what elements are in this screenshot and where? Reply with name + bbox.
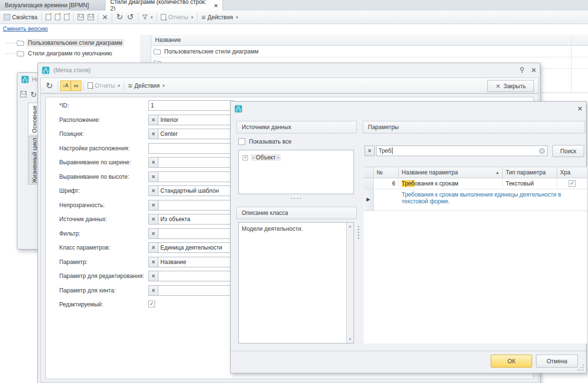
height-align-input[interactable] — [158, 172, 234, 182]
clear-field-button[interactable]: × — [148, 285, 158, 296]
clear-field-button[interactable]: × — [148, 172, 158, 182]
scroll-down-icon[interactable]: ▼ — [347, 337, 353, 342]
tree-item-default-styles[interactable]: Стили диаграмм по умолчанию — [0, 48, 140, 59]
row-selector-cell[interactable] — [364, 178, 374, 189]
class-description-box[interactable]: Модели деятельности. ▲ ▼ — [238, 222, 354, 343]
opacity-input[interactable] — [158, 200, 234, 211]
reports-icon — [88, 82, 93, 89]
refresh-button[interactable]: ↻ — [114, 12, 125, 22]
width-align-input[interactable] — [158, 157, 234, 168]
filter-input[interactable] — [158, 228, 234, 239]
location-settings-input[interactable] — [148, 143, 234, 154]
resize-grip[interactable] — [577, 364, 584, 371]
column-header-param-type[interactable]: Тип параметра — [503, 167, 557, 178]
actions-button[interactable]: ≡ Действия ▾ — [126, 81, 167, 90]
actions-icon: ≡ — [128, 82, 132, 89]
refresh-all-button[interactable]: ↺ — [125, 12, 136, 22]
tab-time-visualization[interactable]: Визуализация времени [BPMN] — [0, 0, 105, 11]
actions-button[interactable]: ≡ Действия ▾ — [199, 13, 240, 22]
footer-divider — [231, 351, 587, 351]
close-label: Закрыть — [503, 83, 525, 90]
column-header-num[interactable]: № — [374, 167, 399, 178]
dropdown-caret-icon: ▾ — [151, 15, 153, 20]
data-sources-tree[interactable]: + - Объект - — [238, 150, 354, 194]
cancel-button[interactable]: Отмена — [536, 355, 578, 368]
clear-field-button[interactable]: × — [148, 271, 158, 281]
vertical-splitter[interactable] — [358, 226, 359, 239]
dialog-titlebar[interactable]: (Метка стиля) × — [38, 63, 540, 78]
close-x-icon: ✕ — [496, 83, 500, 90]
change-version-link[interactable]: Сменить версию — [3, 26, 48, 32]
vertical-scrollbar[interactable]: ▲ ▼ — [346, 223, 353, 343]
new-item-button[interactable] — [44, 13, 53, 21]
show-all-checkbox[interactable] — [238, 138, 245, 145]
ok-button[interactable]: ОК — [491, 355, 532, 368]
clear-field-button[interactable]: × — [148, 185, 158, 196]
properties-button[interactable]: Свойства — [2, 13, 39, 22]
clear-field-button[interactable]: × — [148, 200, 158, 211]
clear-search-button[interactable]: × — [365, 145, 375, 156]
filter-button[interactable]: ▾ — [140, 13, 155, 21]
new-copy-button[interactable] — [62, 13, 71, 21]
toolbar-separator — [138, 13, 138, 22]
reports-icon — [161, 14, 166, 20]
reports-button[interactable]: Отчеты ▾ — [86, 81, 122, 90]
clear-field-button[interactable]: × — [148, 115, 158, 125]
editable-checkbox[interactable] — [148, 301, 155, 307]
refresh-icon[interactable]: ↻ — [46, 81, 53, 90]
delete-button[interactable]: ✕ — [100, 13, 110, 22]
horizontal-splitter[interactable]: ···· — [236, 195, 357, 202]
edit-parameter-input[interactable] — [158, 271, 234, 281]
vtab-label: Основные — [31, 106, 38, 133]
stored-checkbox[interactable] — [569, 180, 575, 187]
new-folder-button[interactable] — [53, 13, 62, 21]
clear-field-button[interactable]: × — [148, 228, 158, 239]
reports-button[interactable]: Отчеты ▾ — [159, 13, 195, 22]
field-label: Расположение: — [59, 117, 100, 123]
clear-field-button[interactable]: × — [148, 214, 158, 225]
dialog-titlebar[interactable]: × — [231, 102, 586, 116]
save-button[interactable] — [76, 13, 86, 21]
params-panel-header: Параметры — [363, 121, 585, 133]
param-row[interactable]: 6 Требования к срокам Текстовый — [364, 178, 587, 189]
sort-toggle-button[interactable]: ↕A — [60, 80, 71, 91]
tree-node-object[interactable]: - Объект - — [251, 154, 281, 161]
scroll-up-icon[interactable]: ▲ — [347, 224, 353, 228]
field-label: Непрозрачность: — [59, 202, 105, 209]
params-table-header: № Название параметра ▲ Тип параметра Хра — [364, 167, 587, 178]
search-input[interactable]: Треб × — [376, 145, 548, 156]
clear-text-icon[interactable]: × — [539, 148, 545, 154]
tab-close-icon[interactable]: × — [214, 2, 218, 9]
position-input[interactable] — [158, 129, 234, 139]
table-header[interactable]: Название — [151, 35, 588, 46]
table-row[interactable]: Пользовательские стили диаграмм — [151, 46, 588, 57]
clear-field-button[interactable]: × — [148, 257, 158, 267]
app-icon — [21, 76, 29, 83]
tree-item-user-styles[interactable]: Пользовательские стили диаграмм — [0, 38, 140, 48]
field-label: Источник данных: — [59, 216, 107, 223]
save-all-button[interactable] — [86, 13, 96, 21]
clear-field-button[interactable]: × — [148, 242, 158, 253]
tree-expander-icon[interactable]: + — [243, 155, 248, 160]
search-button-label: Поиск — [560, 148, 576, 155]
close-icon[interactable]: × — [578, 105, 582, 113]
hint-parameter-input[interactable] — [158, 285, 234, 296]
pin-icon[interactable] — [519, 67, 525, 74]
data-source-input[interactable] — [158, 214, 234, 225]
param-class-input[interactable] — [158, 242, 234, 253]
link-toggle-button[interactable]: ∞ — [71, 80, 81, 91]
refresh-icon[interactable]: ↻ — [30, 91, 37, 99]
close-dialog-button[interactable]: ✕ Закрыть — [487, 80, 534, 92]
id-input[interactable] — [148, 100, 234, 111]
column-header-stored[interactable]: Хра — [557, 167, 587, 178]
close-icon[interactable]: × — [532, 66, 536, 74]
clear-field-button[interactable]: × — [148, 129, 158, 139]
search-button[interactable]: Поиск — [552, 145, 584, 157]
column-header-param-name[interactable]: Название параметра ▲ — [399, 167, 503, 178]
location-input[interactable] — [158, 115, 234, 125]
tab-diagram-styles[interactable]: Стили диаграмм (количество строк: 2) × — [105, 0, 223, 11]
save-icon[interactable] — [20, 91, 26, 97]
parameter-input[interactable] — [158, 257, 234, 267]
font-input[interactable] — [158, 185, 234, 196]
clear-field-button[interactable]: × — [148, 157, 158, 168]
